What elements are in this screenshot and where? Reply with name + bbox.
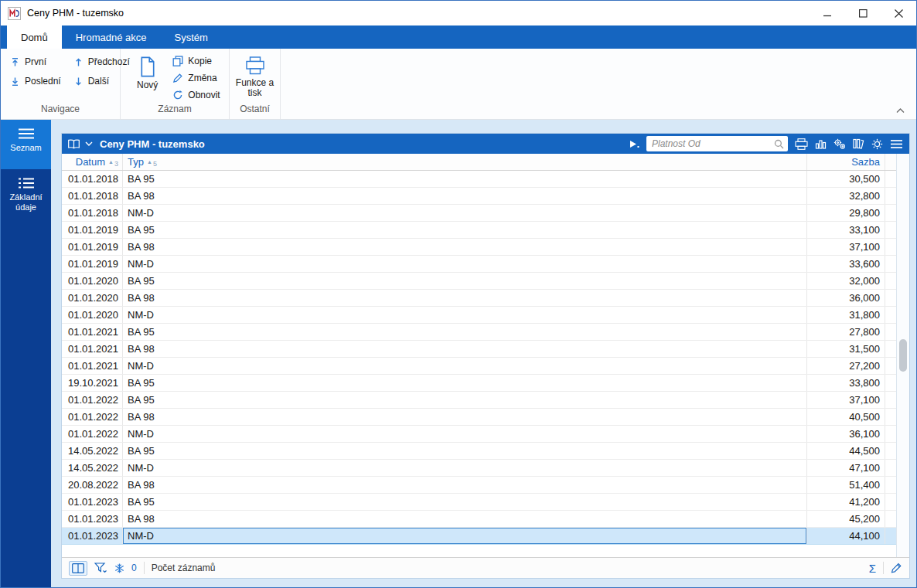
gears-icon[interactable]: [833, 138, 846, 150]
cell-typ[interactable]: NM-D: [123, 205, 807, 221]
cell-sazba[interactable]: 47,100: [807, 460, 885, 476]
column-header-datum[interactable]: Datum ▲ 3: [62, 154, 123, 170]
cell-datum[interactable]: 01.01.2020: [62, 307, 123, 323]
table-row[interactable]: 01.01.2023NM-D44,100: [62, 528, 896, 545]
cell-filler[interactable]: [885, 256, 896, 272]
cell-datum[interactable]: 01.01.2022: [62, 392, 123, 408]
view-selector-book-icon[interactable]: [67, 139, 80, 149]
cell-datum[interactable]: 01.01.2020: [62, 273, 123, 289]
cell-typ[interactable]: BA 98: [123, 290, 807, 306]
cell-datum[interactable]: 14.05.2022: [62, 460, 123, 476]
tab-domu[interactable]: Domů: [7, 25, 62, 49]
table-row[interactable]: 01.01.2019BA 9533,100: [62, 222, 896, 239]
sidebar-item-zakladni-udaje[interactable]: Základní údaje: [1, 169, 51, 219]
table-row[interactable]: 19.10.2021BA 9533,800: [62, 375, 896, 392]
cell-sazba[interactable]: 31,800: [807, 307, 885, 323]
cell-sazba[interactable]: 32,000: [807, 273, 885, 289]
table-row[interactable]: 01.01.2022BA 9537,100: [62, 392, 896, 409]
cell-typ[interactable]: BA 98: [123, 239, 807, 255]
cell-typ[interactable]: BA 95: [123, 222, 807, 238]
ribbon-collapse-button[interactable]: [896, 108, 905, 114]
cell-filler[interactable]: [885, 290, 896, 306]
last-button[interactable]: Poslední: [10, 76, 61, 87]
cell-filler[interactable]: [885, 477, 896, 493]
column-header-sazba[interactable]: Sazba: [807, 154, 885, 170]
cell-typ[interactable]: NM-D: [123, 528, 807, 544]
table-row[interactable]: 01.01.2018BA 9530,500: [62, 171, 896, 188]
table-row[interactable]: 14.05.2022BA 9544,500: [62, 443, 896, 460]
cell-datum[interactable]: 01.01.2019: [62, 239, 123, 255]
table-row[interactable]: 01.01.2021NM-D27,200: [62, 358, 896, 375]
cell-typ[interactable]: NM-D: [123, 426, 807, 442]
sidebar-item-seznam[interactable]: Seznam: [1, 120, 51, 169]
cell-datum[interactable]: 01.01.2018: [62, 171, 123, 187]
cell-typ[interactable]: BA 95: [123, 494, 807, 510]
cell-filler[interactable]: [885, 171, 896, 187]
cell-filler[interactable]: [885, 528, 896, 544]
cell-sazba[interactable]: 27,200: [807, 358, 885, 374]
functions-print-button[interactable]: Funkce a tisk: [234, 54, 276, 102]
table-row[interactable]: 01.01.2023BA 9845,200: [62, 511, 896, 528]
edit-button[interactable]: [891, 563, 902, 573]
cell-sazba[interactable]: 36,100: [807, 426, 885, 442]
search-input[interactable]: [652, 138, 774, 149]
cell-filler[interactable]: [885, 460, 896, 476]
cell-filler[interactable]: [885, 324, 896, 340]
cell-filler[interactable]: [885, 494, 896, 510]
cell-typ[interactable]: NM-D: [123, 460, 807, 476]
cell-datum[interactable]: 01.01.2019: [62, 256, 123, 272]
cell-datum[interactable]: 01.01.2023: [62, 494, 123, 510]
cell-sazba[interactable]: 27,800: [807, 324, 885, 340]
cell-typ[interactable]: NM-D: [123, 256, 807, 272]
cell-sazba[interactable]: 51,400: [807, 477, 885, 493]
cell-filler[interactable]: [885, 205, 896, 221]
maximize-button[interactable]: [845, 1, 881, 25]
print-icon[interactable]: [795, 138, 808, 150]
settings-icon[interactable]: [871, 138, 883, 150]
cell-typ[interactable]: BA 95: [123, 324, 807, 340]
cell-filler[interactable]: [885, 511, 896, 527]
table-row[interactable]: 20.08.2022BA 9851,400: [62, 477, 896, 494]
cell-filler[interactable]: [885, 409, 896, 425]
cell-typ[interactable]: BA 95: [123, 171, 807, 187]
table-row[interactable]: 01.01.2019BA 9837,100: [62, 239, 896, 256]
cell-filler[interactable]: [885, 188, 896, 204]
cell-sazba[interactable]: 41,200: [807, 494, 885, 510]
cell-filler[interactable]: [885, 375, 896, 391]
tab-hromadne-akce[interactable]: Hromadné akce: [62, 25, 161, 49]
cell-filler[interactable]: [885, 341, 896, 357]
cell-typ[interactable]: BA 98: [123, 409, 807, 425]
cell-typ[interactable]: NM-D: [123, 307, 807, 323]
chart-icon[interactable]: [815, 138, 827, 149]
cell-datum[interactable]: 01.01.2019: [62, 222, 123, 238]
cell-datum[interactable]: 01.01.2022: [62, 409, 123, 425]
cell-filler[interactable]: [885, 273, 896, 289]
table-row[interactable]: 01.01.2022BA 9840,500: [62, 409, 896, 426]
cell-datum[interactable]: 20.08.2022: [62, 477, 123, 493]
copy-button[interactable]: Kopie: [172, 56, 220, 66]
cell-sazba[interactable]: 36,000: [807, 290, 885, 306]
cell-sazba[interactable]: 29,800: [807, 205, 885, 221]
cell-datum[interactable]: 01.01.2021: [62, 324, 123, 340]
cell-sazba[interactable]: 44,500: [807, 443, 885, 459]
chevron-down-icon[interactable]: [85, 141, 93, 146]
cell-datum[interactable]: 01.01.2021: [62, 358, 123, 374]
cell-typ[interactable]: BA 95: [123, 392, 807, 408]
frozen-filter-icon[interactable]: [114, 563, 124, 573]
vertical-scrollbar[interactable]: [897, 154, 909, 557]
cell-sazba[interactable]: 37,100: [807, 392, 885, 408]
cell-sazba[interactable]: 31,500: [807, 341, 885, 357]
cell-sazba[interactable]: 45,200: [807, 511, 885, 527]
table-row[interactable]: 01.01.2020BA 9532,000: [62, 273, 896, 290]
cell-typ[interactable]: BA 98: [123, 188, 807, 204]
table-row[interactable]: 01.01.2021BA 9831,500: [62, 341, 896, 358]
cell-filler[interactable]: [885, 239, 896, 255]
table-row[interactable]: 01.01.2018NM-D29,800: [62, 205, 896, 222]
cell-typ[interactable]: BA 98: [123, 511, 807, 527]
cell-datum[interactable]: 14.05.2022: [62, 443, 123, 459]
cell-filler[interactable]: [885, 307, 896, 323]
cell-sazba[interactable]: 40,500: [807, 409, 885, 425]
scrollbar-thumb[interactable]: [899, 339, 907, 372]
cell-typ[interactable]: BA 95: [123, 375, 807, 391]
cell-datum[interactable]: 01.01.2023: [62, 528, 123, 544]
